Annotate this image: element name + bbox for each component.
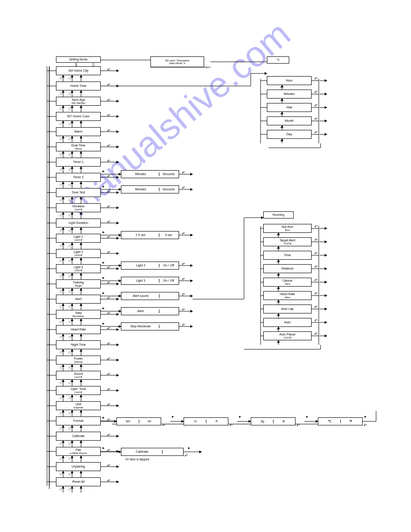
- diagram-page: manualshive.com Setting Mode SD card: [0, 0, 411, 532]
- colA-item-26: Unpairing: [56, 462, 101, 471]
- colA-item-12: Light 2On/Off: [56, 249, 101, 258]
- return-icon: ↶: [314, 319, 318, 323]
- sideTop-item-3: Month: [267, 116, 312, 125]
- return-icon: ↶: [229, 424, 233, 428]
- return-icon: ↶: [182, 293, 185, 297]
- colA-item-21: Oper. ToneOn/Off: [56, 386, 101, 395]
- colA-mid-13: Light 2On / Off: [121, 262, 179, 270]
- colA-item-17: Heart Rate: [56, 325, 101, 334]
- colA-item-23: Format: [56, 416, 101, 425]
- colA-mid-11: 1.5 sec3 sec: [121, 231, 179, 239]
- return-icon: ↶: [107, 342, 111, 346]
- return-icon: ↶: [182, 171, 185, 175]
- home-icon: ⌂: [68, 274, 71, 278]
- colA-mid-17: Step Reminder: [121, 322, 179, 330]
- return-icon: ↶: [107, 99, 111, 103]
- unit-chain-2: kglb: [251, 417, 295, 425]
- return-icon: ↶: [107, 388, 111, 392]
- return-icon: ↶: [107, 68, 111, 72]
- home-icon: ⌂: [60, 396, 62, 400]
- sideTop-item-1: Minutes: [267, 90, 312, 99]
- colA-mid-15: Alert sound: [121, 292, 179, 300]
- return-icon: ↶: [107, 83, 111, 87]
- header-right: *1: [267, 56, 289, 64]
- home-icon: ⌂: [68, 472, 71, 476]
- return-icon: ↶: [107, 296, 111, 300]
- return-icon: ↶: [107, 433, 111, 438]
- colA-item-16: StepReminder: [56, 310, 101, 319]
- colA-item-9: VibrationOn/Off: [56, 203, 101, 212]
- home-icon: ⌂: [60, 213, 62, 217]
- colA-item-15: Alert: [56, 295, 101, 304]
- home-icon: ⌂: [60, 137, 62, 141]
- home-icon: ⌂: [60, 122, 62, 126]
- return-icon: ↶: [107, 236, 111, 240]
- sideMid-item-5: Heart RateAlert: [263, 291, 312, 300]
- home-icon: ⌂: [68, 350, 71, 354]
- home-icon: ⌂: [60, 381, 62, 385]
- return-icon: ↶: [107, 159, 111, 163]
- home-icon: ⌂: [68, 107, 71, 111]
- play-icon: ▸: [103, 416, 105, 420]
- home-icon: ⌂: [68, 381, 71, 385]
- return-icon: ↶: [314, 131, 318, 135]
- return-icon: ↶: [182, 308, 185, 312]
- play-icon: ▸: [103, 306, 105, 310]
- calibrate-note: Or face is tapped: [125, 458, 149, 461]
- colA-item-8: Tone Test: [56, 188, 101, 197]
- card-icon: ▯: [92, 63, 94, 67]
- colA-item-4: Alarm: [56, 127, 101, 136]
- home-icon: ⌂: [60, 107, 62, 111]
- return-icon: ↶: [107, 266, 111, 270]
- home-icon: ⌂: [277, 327, 279, 331]
- home-icon: ⌂: [60, 365, 62, 369]
- play-icon: ▸: [103, 446, 105, 450]
- return-icon: ↶: [182, 232, 185, 236]
- home-icon: ⌂: [68, 228, 71, 232]
- return-icon: ↶: [184, 454, 188, 458]
- home-icon: ⌂: [68, 244, 71, 248]
- play-icon: ▸: [306, 415, 308, 419]
- return-icon: ↶: [314, 238, 318, 242]
- header-mode-center-line2: Data Mode *1: [165, 62, 190, 64]
- home-icon: ⌂: [68, 76, 71, 80]
- home-icon: ⌂: [277, 246, 279, 250]
- home-icon: ⌂: [68, 167, 71, 172]
- return-icon: ↶: [107, 327, 111, 331]
- unit-chain-1: mft: [184, 417, 228, 425]
- return-icon: ↶: [107, 418, 111, 422]
- colA-item-13: Light 3On/Off: [56, 264, 101, 273]
- play-icon: ▸: [103, 230, 105, 234]
- home-icon: ⌂: [68, 305, 71, 309]
- return-icon: ↶: [364, 424, 367, 428]
- home-icon: ⌂: [60, 442, 62, 446]
- header-setting-mode: Setting Mode: [56, 56, 101, 63]
- colA-item-1: Home Time: [56, 82, 101, 90]
- side-mid-header: Running: [263, 211, 294, 219]
- play-icon: ▸: [103, 184, 105, 189]
- home-icon: ⌂: [60, 228, 62, 232]
- colA-item-19: PowerSaving: [56, 356, 101, 365]
- return-icon: ↶: [107, 205, 111, 209]
- home-icon: ⌂: [280, 85, 283, 89]
- home-icon: ⌂: [277, 287, 279, 291]
- side-mid-header-label: Running: [273, 213, 284, 216]
- home-icon: ⌂: [280, 99, 283, 103]
- return-icon: ↶: [107, 251, 111, 255]
- asterisk-marker: ○: [205, 66, 207, 70]
- home-icon: ⌂: [60, 183, 62, 187]
- colA-item-10: Light Duration: [56, 219, 101, 227]
- play-icon: ▸: [103, 322, 105, 326]
- home-icon: ⌂: [60, 91, 62, 95]
- colA-mid-7: MinutesSeconds: [121, 170, 179, 178]
- return-icon: ↶: [107, 479, 111, 483]
- home-icon: ⌂: [68, 152, 71, 156]
- home-icon: ⌂: [280, 112, 283, 116]
- play-icon: ▸: [364, 415, 367, 419]
- colA-mid-8: MinutesSeconds: [121, 185, 179, 193]
- header-right-label: *1: [277, 58, 280, 61]
- home-icon: ⌂: [68, 487, 71, 491]
- colA-item-2: Sync AppNot Set/Set: [56, 97, 101, 106]
- home-icon: ⌂: [68, 442, 71, 446]
- play-icon: ▸: [103, 169, 105, 173]
